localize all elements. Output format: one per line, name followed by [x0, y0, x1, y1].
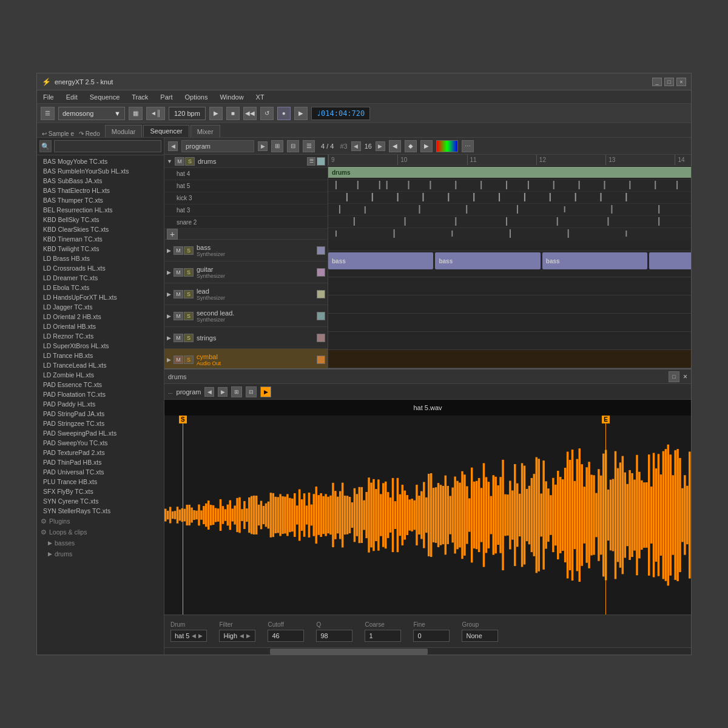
seq-extra-btn1[interactable]: ◀	[389, 140, 401, 152]
search-input[interactable]	[54, 140, 161, 152]
stop-button[interactable]: ■	[226, 107, 240, 120]
cymbal-expand-btn[interactable]: ▶	[167, 357, 171, 363]
restore-button[interactable]: □	[664, 78, 674, 86]
param-cutoff-value[interactable]: 46	[268, 630, 304, 642]
menu-track[interactable]: Track	[129, 92, 150, 102]
list-item[interactable]: PAD SweepingPad HL.xts	[37, 428, 164, 438]
second-lead-expand-btn[interactable]: ▶	[167, 313, 171, 319]
list-item[interactable]: KBD ClearSkies TC.xts	[37, 224, 164, 234]
list-item[interactable]: LD Zombie HL.xts	[37, 370, 164, 380]
list-item[interactable]: PAD Essence TC.xts	[37, 380, 164, 389]
list-item[interactable]: LD Trance HB.xts	[37, 351, 164, 360]
sidebar-section-basses[interactable]: ▶ basses	[37, 538, 164, 548]
list-item[interactable]: LD Dreamer TC.xts	[37, 273, 164, 283]
list-item[interactable]: LD HandsUpForXT HL.xts	[37, 292, 164, 302]
list-item[interactable]: LD Oriental HB.xts	[37, 322, 164, 331]
cymbal-mute-btn[interactable]: M	[174, 356, 183, 364]
menu-file[interactable]: File	[41, 92, 56, 102]
drums-solo-btn[interactable]: S	[185, 157, 195, 166]
seq-view-btn3[interactable]: ☰	[303, 140, 315, 152]
minimize-button[interactable]: _	[652, 78, 662, 86]
list-item[interactable]: PAD Paddy HL.xts	[37, 399, 164, 409]
bass-mute-btn[interactable]: M	[174, 246, 183, 255]
param-filter-right[interactable]: ▶	[246, 633, 251, 639]
list-item[interactable]: BAS ThatElectro HL.xts	[37, 186, 164, 195]
record-button[interactable]: ↺	[260, 107, 274, 120]
list-item[interactable]: PAD ThinPad HB.xts	[37, 457, 164, 467]
list-item[interactable]: PAD Stringzee TC.xts	[37, 419, 164, 428]
param-coarse-value[interactable]: 1	[365, 630, 401, 642]
strings-mute-btn[interactable]: M	[174, 334, 183, 342]
cymbal-color-btn[interactable]	[317, 356, 325, 364]
param-drum-value[interactable]: hat 5 ◀ ▶	[170, 630, 207, 642]
list-item[interactable]: LD Brass HB.xts	[37, 254, 164, 263]
seq-right-arrow[interactable]: ▶	[258, 141, 268, 151]
list-item[interactable]: KBD BellSky TC.xts	[37, 215, 164, 224]
sidebar-section-drums[interactable]: ▶ drums	[37, 548, 164, 559]
param-fine-value[interactable]: 0	[413, 630, 450, 642]
drums-clip-0[interactable]: drums	[328, 167, 691, 178]
sidebar-section-plugins[interactable]: ⚙ Plugins	[37, 516, 164, 527]
seq-left-arrow[interactable]: ◀	[168, 141, 178, 151]
list-item[interactable]: PAD Universal TC.xts	[37, 467, 164, 477]
menu-sequence[interactable]: Sequence	[87, 92, 123, 102]
de-prog-right[interactable]: ▶	[218, 387, 228, 397]
seq-color-btn[interactable]	[436, 140, 458, 152]
seq-extra-btn3[interactable]: ▶	[420, 140, 433, 152]
menu-options[interactable]: Options	[183, 92, 211, 102]
list-item[interactable]: KBD Tineman TC.xts	[37, 234, 164, 244]
list-item[interactable]: SYN Cyrene TC.xts	[37, 496, 164, 506]
lead-expand-btn[interactable]: ▶	[167, 291, 171, 297]
list-item[interactable]: LD Crossroads HL.xts	[37, 263, 164, 273]
lead-color-btn[interactable]	[317, 290, 325, 298]
guitar-mute-btn[interactable]: M	[174, 268, 183, 277]
second-lead-solo-btn[interactable]: S	[184, 312, 194, 320]
de-prog-left[interactable]: ◀	[204, 387, 214, 397]
menu-part[interactable]: Part	[158, 92, 175, 102]
list-item[interactable]: BAS SubBass JA.xts	[37, 176, 164, 186]
pattern-view-button[interactable]: ▦	[129, 107, 143, 120]
de-view-btn3[interactable]: ▶	[260, 386, 271, 397]
search-icon-button[interactable]: 🔍	[39, 140, 52, 152]
bass-color-btn[interactable]	[317, 246, 325, 255]
strings-expand-btn[interactable]: ▶	[167, 335, 171, 341]
hamburger-menu-button[interactable]: ☰	[41, 107, 55, 120]
rewind-button[interactable]: ◀◀	[243, 107, 257, 120]
bpm-display[interactable]: 120 bpm	[169, 107, 206, 120]
song-select[interactable]: demosong ▼	[58, 107, 125, 120]
tab-sequencer[interactable]: Sequencer	[143, 125, 189, 137]
redo-button[interactable]: ↷ Redo	[79, 130, 100, 137]
list-item[interactable]: BAS Thumper TC.xts	[37, 195, 164, 205]
add-drum-button[interactable]: +	[167, 229, 178, 240]
back-sample-button[interactable]: ↩ Sample e	[42, 130, 74, 137]
param-q-value[interactable]: 98	[316, 630, 352, 642]
list-item[interactable]: BAS RumbleInYourSub HL.xts	[37, 166, 164, 176]
drum-editor-expand-btn[interactable]: □	[669, 371, 679, 382]
guitar-solo-btn[interactable]: S	[184, 268, 194, 277]
second-lead-mute-btn[interactable]: M	[174, 312, 183, 320]
bass-solo-btn[interactable]: S	[184, 246, 194, 255]
close-button[interactable]: ×	[676, 78, 686, 86]
menu-window[interactable]: Window	[217, 92, 246, 102]
menu-edit[interactable]: Edit	[64, 92, 80, 102]
list-item[interactable]: SYN StellerRays TC.xts	[37, 506, 164, 516]
horizontal-scrollbar[interactable]	[164, 647, 691, 655]
seq-view-btn1[interactable]: ⊞	[271, 140, 283, 152]
tab-modular[interactable]: Modular	[105, 125, 143, 137]
param-filter-left[interactable]: ◀	[240, 633, 244, 639]
add-track-button[interactable]: ◄║	[146, 107, 165, 120]
sidebar-section-loops[interactable]: ⚙ Loops & clips	[37, 527, 164, 538]
param-filter-value[interactable]: High ◀ ▶	[219, 630, 255, 642]
program-name[interactable]: program	[181, 140, 254, 152]
strings-solo-btn[interactable]: S	[184, 334, 194, 342]
list-item[interactable]: PLU Trance HB.xts	[37, 477, 164, 487]
forward-button[interactable]: ▶	[294, 107, 308, 120]
lead-mute-btn[interactable]: M	[174, 290, 183, 298]
de-view-btn2[interactable]: ⊟	[246, 386, 257, 397]
tab-mixer[interactable]: Mixer	[190, 125, 220, 137]
list-item[interactable]: LD Ebola TC.xts	[37, 283, 164, 292]
list-item[interactable]: BEL Resurrection HL.xts	[37, 205, 164, 215]
list-item[interactable]: SFX FlyBy TC.xts	[37, 487, 164, 496]
list-item[interactable]: KBD Twilight TC.xts	[37, 244, 164, 254]
drums-expand-btn[interactable]: ▼	[167, 158, 172, 164]
